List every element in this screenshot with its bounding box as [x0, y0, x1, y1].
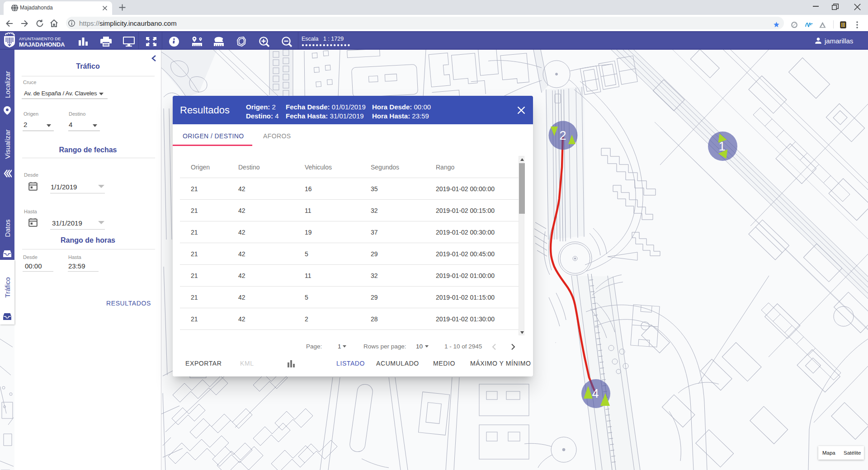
svg-text:4: 4 — [592, 387, 599, 400]
svg-text:1: 1 — [718, 140, 725, 153]
svg-text:2: 2 — [559, 129, 566, 142]
